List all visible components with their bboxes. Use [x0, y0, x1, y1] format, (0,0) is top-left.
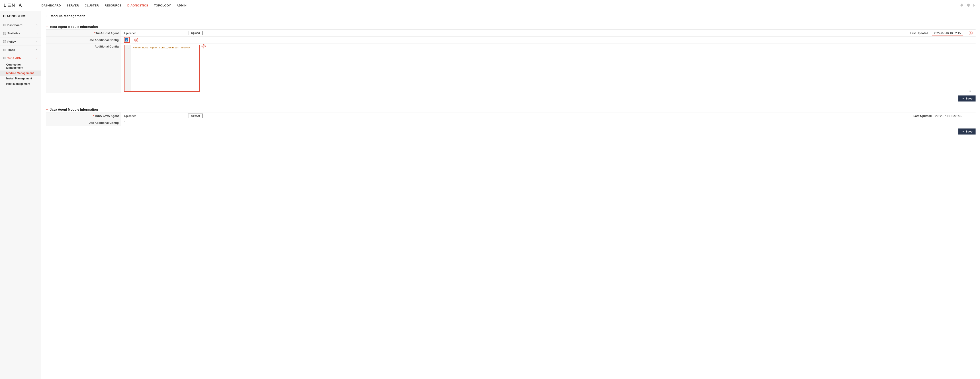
java-use-addl-checkbox[interactable] [124, 121, 127, 124]
sidebar-group-label: Dashboard [7, 23, 22, 27]
sidebar-group-trace[interactable]: Trace [0, 46, 41, 54]
logout-icon[interactable] [973, 3, 977, 8]
chevron-up-icon [35, 32, 38, 35]
svg-rect-8 [3, 42, 5, 43]
svg-rect-9 [3, 49, 5, 50]
resize-grip-icon[interactable] [968, 89, 970, 93]
java-last-updated-value: 2022-07-16 10:02:30 [935, 114, 962, 118]
host-last-updated-label: Last Updated [910, 32, 928, 35]
top-nav: DASHBOARD SERVER CLUSTER RESOURCE DIAGNO… [41, 4, 960, 7]
sidebar-item-module-management[interactable]: Module Management [0, 70, 41, 76]
sidebar-group-label: TunA APM [7, 56, 22, 60]
sidebar-item-connection-management[interactable]: Connection Management [0, 62, 41, 70]
topnav-cluster[interactable]: CLUSTER [84, 4, 99, 7]
svg-rect-14 [3, 58, 5, 59]
host-addl-config-editor[interactable]: 1 ##### Host Agent Configuration ###### [124, 45, 200, 92]
topnav-admin[interactable]: ADMIN [177, 4, 186, 7]
host-save-button[interactable]: Save [958, 96, 975, 101]
svg-rect-0 [3, 24, 5, 25]
host-addl-config-label: Additional Config [46, 43, 121, 93]
sidebar-item-host-management[interactable]: Host Management [0, 81, 41, 86]
callout-3: ③ [202, 45, 205, 48]
host-agent-status: Uploaded [124, 32, 137, 35]
chevron-up-icon [35, 48, 38, 51]
sidebar-item-install-management[interactable]: Install Management [0, 76, 41, 81]
svg-rect-10 [5, 49, 6, 51]
topbar: LN A DASHBOARD SERVER CLUSTER RESOURCE D… [0, 0, 980, 11]
gear-icon[interactable] [966, 3, 970, 8]
sidebar-title: DIAGNOSTICS [0, 11, 41, 21]
sidebar-group-statistics[interactable]: Statistics [0, 29, 41, 37]
topnav-dashboard[interactable]: DASHBOARD [41, 4, 61, 7]
host-upload-button[interactable]: Upload [188, 31, 203, 35]
chevron-up-icon [35, 40, 38, 43]
collapse-icon [46, 108, 49, 111]
chevron-up-icon [35, 24, 38, 26]
sidebar: DIAGNOSTICS Dashboard Statistics Policy … [0, 11, 41, 379]
svg-rect-5 [3, 34, 5, 34]
section-title-java[interactable]: Java Agent Module Information [46, 108, 975, 111]
bell-icon[interactable] [960, 3, 964, 8]
host-use-addl-checkbox[interactable] [125, 38, 128, 42]
sidebar-group-label: Trace [7, 48, 15, 51]
editor-gutter: 1 [124, 45, 131, 91]
java-agent-status: Uploaded [124, 114, 137, 118]
section-title-host[interactable]: Host Agent Module Information [46, 25, 975, 29]
svg-rect-3 [3, 32, 5, 33]
section-title-label: Host Agent Module Information [50, 25, 98, 29]
callout-1: ① [969, 31, 973, 35]
svg-rect-7 [5, 40, 6, 43]
topnav-resource[interactable]: RESOURCE [105, 4, 122, 7]
sidebar-group-tuna-apm[interactable]: TunA APM [0, 54, 41, 62]
top-icons [960, 3, 977, 8]
sidebar-group-policy[interactable]: Policy [0, 37, 41, 45]
editor-body[interactable]: ##### Host Agent Configuration ###### [131, 45, 199, 91]
chevron-down-icon [35, 57, 38, 59]
content: Module Management Host Agent Module Info… [41, 11, 980, 379]
java-use-addl-label: Use Additional Config [46, 119, 121, 126]
topnav-topology[interactable]: TOPOLOGY [154, 4, 171, 7]
topnav-diagnostics[interactable]: DIAGNOSTICS [127, 4, 148, 7]
save-button-label: Save [966, 97, 972, 100]
callout-2: ② [134, 38, 138, 42]
sidebar-group-dashboard[interactable]: Dashboard [0, 21, 41, 29]
topnav-server[interactable]: SERVER [67, 4, 79, 7]
sidebar-group-label: Policy [7, 40, 16, 43]
java-agent-label: *TunA JAVA Agent [46, 112, 121, 119]
java-last-updated-label: Last Updated [913, 114, 932, 118]
svg-rect-12 [3, 57, 5, 58]
host-last-updated-value: 2022-07-16 10:02:15 [932, 31, 963, 35]
section-title-label: Java Agent Module Information [50, 108, 98, 111]
host-agent-section: Host Agent Module Information *TunA Host… [46, 25, 975, 101]
host-use-addl-label: Use Additional Config [46, 37, 121, 43]
svg-rect-13 [5, 57, 6, 59]
page-title: Module Management [51, 14, 84, 18]
svg-rect-6 [3, 40, 5, 41]
sidebar-group-label: Statistics [7, 32, 20, 35]
back-icon[interactable] [45, 14, 48, 18]
svg-rect-4 [5, 32, 6, 34]
host-agent-label: *TunA Host Agent [46, 30, 121, 36]
java-save-button[interactable]: Save [958, 128, 975, 134]
java-agent-section: Java Agent Module Information *TunA JAVA… [46, 108, 975, 134]
save-button-label: Save [966, 130, 972, 133]
svg-rect-16 [46, 109, 48, 110]
brand-logo: LN A [3, 3, 41, 8]
svg-rect-2 [3, 25, 5, 26]
svg-rect-1 [5, 24, 6, 26]
svg-rect-11 [3, 50, 5, 51]
svg-rect-15 [46, 27, 48, 27]
content-header: Module Management [41, 11, 980, 21]
collapse-icon [46, 26, 49, 28]
java-upload-button[interactable]: Upload [188, 114, 203, 118]
